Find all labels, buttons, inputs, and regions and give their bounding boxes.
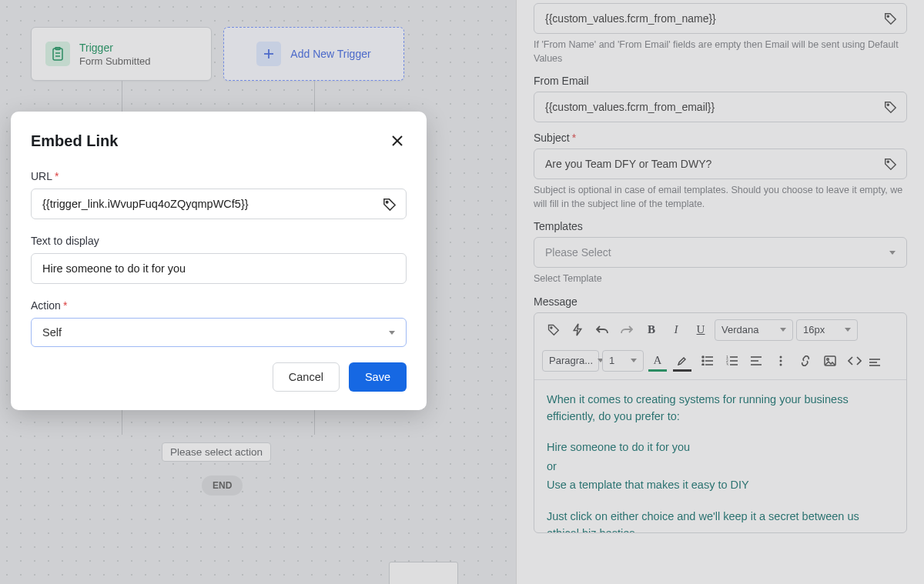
font-family-select[interactable]: Verdana [715, 319, 793, 341]
message-line: Hire someone to do it for you [547, 439, 894, 456]
unordered-list-button[interactable] [696, 350, 718, 372]
svg-point-10 [702, 356, 704, 358]
close-button[interactable] [388, 132, 407, 150]
subject-help: Subject is optional in case of email tem… [534, 184, 907, 211]
image-button[interactable] [819, 350, 841, 372]
svg-point-8 [887, 161, 889, 162]
svg-point-6 [887, 15, 889, 17]
svg-point-9 [550, 327, 551, 329]
svg-point-29 [827, 358, 829, 360]
subject-input-wrap[interactable] [534, 149, 907, 179]
svg-point-25 [780, 355, 782, 358]
chevron-down-icon [389, 331, 395, 335]
message-label: Message [534, 295, 907, 308]
embed-link-modal: Embed Link URL* Text to display Action* … [11, 112, 427, 410]
action-label: Action* [31, 299, 407, 312]
bold-button[interactable]: B [641, 319, 662, 341]
highlight-color-button[interactable] [671, 350, 693, 372]
from-name-input[interactable] [534, 4, 874, 33]
action-value: Self [42, 326, 62, 339]
undo-icon[interactable] [591, 319, 613, 341]
tag-icon[interactable] [373, 197, 406, 212]
svg-point-14 [702, 364, 704, 365]
text-display-input[interactable] [32, 254, 406, 283]
save-button[interactable]: Save [349, 362, 407, 392]
clipboard-icon [45, 42, 70, 66]
subject-label: Subject* [534, 132, 907, 144]
rich-text-editor: B I U Verdana 16px Paragra... 1 A [534, 312, 907, 533]
italic-button[interactable]: I [665, 319, 687, 341]
email-settings-panel: If 'From Name' and 'From Email' fields a… [516, 0, 924, 584]
more-options-button[interactable] [770, 350, 792, 372]
trigger-subtitle: Form Submitted [79, 55, 150, 67]
chevron-down-icon [845, 328, 851, 332]
cancel-button[interactable]: Cancel [273, 362, 340, 392]
svg-point-26 [780, 359, 782, 362]
action-placeholder[interactable]: Please select action [162, 442, 271, 462]
action-select[interactable]: Self [31, 318, 407, 347]
from-email-input-wrap[interactable] [534, 92, 907, 122]
modal-title: Embed Link [31, 132, 118, 150]
message-line: or [547, 458, 894, 475]
line-height-select[interactable]: 1 [602, 350, 644, 372]
text-color-button[interactable]: A [647, 350, 668, 372]
end-node: END [202, 476, 243, 496]
bolt-icon[interactable] [567, 319, 588, 341]
from-email-label: From Email [534, 75, 907, 87]
svg-point-7 [887, 104, 889, 105]
chevron-down-icon [780, 328, 786, 332]
tag-icon[interactable] [874, 12, 906, 25]
from-email-input[interactable] [534, 92, 874, 122]
from-name-input-wrap[interactable] [534, 3, 907, 34]
templates-label: Templates [534, 220, 907, 232]
from-name-help: If 'From Name' and 'From Email' fields a… [534, 38, 907, 65]
plus-icon [256, 42, 281, 66]
font-size-select[interactable]: 16px [796, 319, 858, 341]
trigger-node[interactable]: Trigger Form Submitted [31, 27, 212, 81]
subject-input[interactable] [534, 149, 874, 179]
text-display-input-wrap[interactable] [31, 253, 407, 284]
svg-point-12 [702, 360, 704, 362]
svg-point-27 [780, 363, 782, 365]
svg-point-35 [386, 201, 387, 202]
underline-button[interactable]: U [690, 319, 711, 341]
templates-help: Select Template [534, 272, 907, 286]
add-trigger-node[interactable]: Add New Trigger [223, 27, 404, 81]
tag-icon[interactable] [874, 157, 906, 171]
message-line: When it comes to creating systems for ru… [547, 391, 894, 425]
chevron-down-icon [889, 251, 896, 255]
url-input-wrap[interactable] [31, 189, 407, 219]
editor-content[interactable]: When it comes to creating systems for ru… [534, 380, 906, 532]
url-input[interactable] [32, 189, 373, 219]
message-line: Use a template that makes it easy to DIY [547, 476, 894, 493]
svg-text:3: 3 [726, 362, 728, 365]
trigger-title: Trigger [79, 42, 150, 54]
tag-icon[interactable] [874, 100, 906, 114]
code-button[interactable] [844, 350, 865, 372]
tag-icon[interactable] [542, 319, 564, 341]
minimap-thumbnail[interactable] [389, 562, 458, 584]
url-label: URL* [31, 170, 407, 182]
add-trigger-label: Add New Trigger [290, 48, 370, 60]
editor-toolbar: B I U Verdana 16px Paragra... 1 A [534, 313, 906, 380]
align-button[interactable] [745, 350, 767, 372]
clear-format-button[interactable] [869, 352, 899, 373]
link-button[interactable] [795, 350, 816, 372]
message-line: Just click on either choice and we'll ke… [547, 508, 894, 532]
paragraph-format-select[interactable]: Paragra... [542, 350, 599, 372]
templates-placeholder: Please Select [545, 246, 611, 259]
text-display-label: Text to display [31, 235, 407, 247]
ordered-list-button[interactable]: 123 [721, 350, 742, 372]
chevron-down-icon [631, 359, 637, 362]
templates-select[interactable]: Please Select [534, 237, 907, 268]
redo-icon[interactable] [616, 319, 638, 341]
